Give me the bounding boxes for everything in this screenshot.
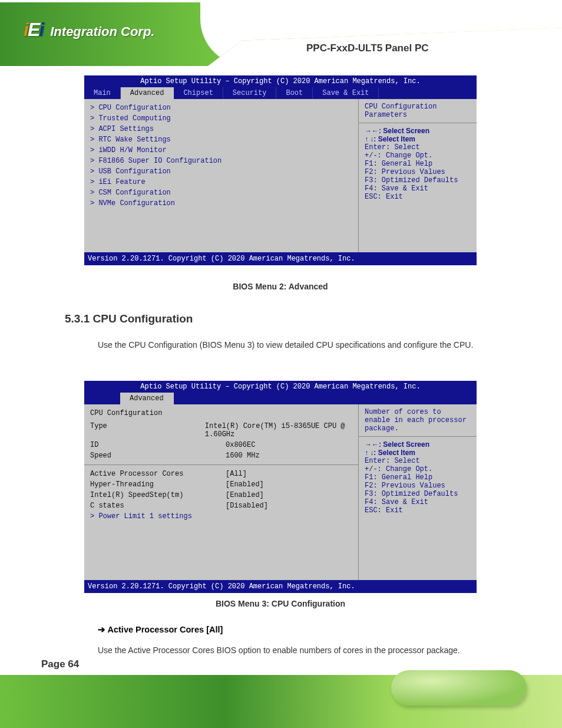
speedstep-label: Intel(R) SpeedStep(tm) bbox=[90, 491, 226, 499]
cores-value[interactable]: [All] bbox=[226, 470, 247, 478]
bios-right-pane-2: Number of cores to enable in each proces… bbox=[359, 404, 477, 580]
id-label: ID bbox=[90, 441, 226, 449]
cores-label: Active Processor Cores bbox=[90, 470, 226, 478]
option-heading: ➔ Active Processor Cores [All] bbox=[98, 625, 223, 634]
key-enter: Enter: Select bbox=[365, 143, 471, 151]
bios-cpu-config: Aptio Setup Utility – Copyright (C) 2020… bbox=[83, 380, 478, 594]
key-f3: F3: Optimized Defaults bbox=[365, 176, 471, 185]
key-enter-2: Enter: Select bbox=[365, 457, 471, 465]
key-esc: ESC: Exit bbox=[365, 193, 471, 201]
item-superio[interactable]: > F81866 Super IO Configuration bbox=[90, 156, 352, 166]
item-nvme[interactable]: > NVMe Configuration bbox=[90, 198, 352, 209]
product-title: PPC-FxxD-ULT5 Panel PC bbox=[306, 42, 429, 54]
key-esc-2: ESC: Exit bbox=[365, 506, 471, 515]
tab-advanced-2[interactable]: Advanced bbox=[120, 393, 174, 404]
bottom-dots: · · · · · · · · ·· · · · · · ·· · · · · bbox=[314, 683, 379, 701]
key-f4: F4: Save & Exit bbox=[365, 185, 471, 193]
item-hw-monitor[interactable]: > iWDD H/W Monitor bbox=[90, 145, 352, 156]
cstates-label: C states bbox=[90, 502, 226, 510]
key-f1-2: F1: General Help bbox=[365, 473, 471, 482]
item-trusted[interactable]: > Trusted Computing bbox=[90, 113, 352, 124]
bios-left-pane-2: CPU Configuration TypeIntel(R) Core(TM) … bbox=[84, 404, 359, 580]
section-heading: 5.3.1 CPU Configuration bbox=[65, 312, 193, 325]
right-hint: CPU Configuration Parameters bbox=[365, 103, 471, 119]
ht-value[interactable]: [Enabled] bbox=[226, 480, 264, 489]
key-select-screen: →←: Select Screen bbox=[365, 127, 471, 135]
tab-security[interactable]: Security bbox=[223, 87, 277, 99]
key-f3-2: F3: Optimized Defaults bbox=[365, 490, 471, 498]
key-f2-2: F2: Previous Values bbox=[365, 482, 471, 490]
key-change: +/-: Change Opt. bbox=[365, 151, 471, 160]
bios-tabs: Main Advanced Chipset Security Boot Save… bbox=[84, 87, 477, 99]
key-select-item-2: ↑ ↓: Select Item bbox=[365, 449, 471, 457]
bottom-pill bbox=[391, 670, 527, 706]
item-csm[interactable]: > CSM Configuration bbox=[90, 187, 352, 198]
bios-advanced-menu: Aptio Setup Utility – Copyright (C) 2020… bbox=[83, 74, 478, 266]
tab-main[interactable]: Main bbox=[84, 87, 121, 99]
bios-tabs-2: Advanced bbox=[84, 393, 477, 404]
tab-chipset[interactable]: Chipset bbox=[174, 87, 223, 99]
page-number: Page 64 bbox=[41, 658, 79, 670]
item-acpi[interactable]: > ACPI Settings bbox=[90, 124, 352, 134]
right-hint-2: Number of cores to enable in each proces… bbox=[365, 408, 471, 433]
option-paragraph: Use the Active Processor Cores BIOS opti… bbox=[98, 644, 475, 657]
bios-title-2: Aptio Setup Utility – Copyright (C) 2020… bbox=[84, 381, 477, 393]
tab-boot[interactable]: Boot bbox=[276, 87, 313, 99]
section-paragraph: Use the CPU Configuration (BIOS Menu 3) … bbox=[98, 338, 475, 351]
type-value: Intel(R) Core(TM) i5-8365UE CPU @ 1.60GH… bbox=[205, 422, 352, 439]
speed-value: 1600 MHz bbox=[226, 452, 260, 460]
item-iei-feature[interactable]: > iEi Feature bbox=[90, 177, 352, 187]
item-cpu-config[interactable]: > CPU Configuration bbox=[90, 103, 352, 113]
item-rtc[interactable]: > RTC Wake Settings bbox=[90, 134, 352, 145]
key-f2: F2: Previous Values bbox=[365, 168, 471, 176]
cstates-value[interactable]: [Disabled] bbox=[226, 502, 268, 510]
bios-left-pane: > CPU Configuration > Trusted Computing … bbox=[84, 99, 359, 252]
caption-bios3: BIOS Menu 3: CPU Configuration bbox=[83, 599, 478, 608]
bios-footer-2: Version 2.20.1271. Copyright (C) 2020 Am… bbox=[84, 580, 477, 593]
speed-label: Speed bbox=[90, 452, 226, 460]
tab-save-exit[interactable]: Save & Exit bbox=[313, 87, 379, 99]
caption-bios2: BIOS Menu 2: Advanced bbox=[83, 282, 478, 291]
key-select-item: ↑ ↓: Select Item bbox=[365, 135, 471, 143]
key-change-2: +/-: Change Opt. bbox=[365, 465, 471, 473]
item-usb[interactable]: > USB Configuration bbox=[90, 166, 352, 177]
id-value: 0x806EC bbox=[226, 441, 255, 449]
power-limit-link[interactable]: > Power Limit 1 settings bbox=[90, 511, 352, 522]
bios-title: Aptio Setup Utility – Copyright (C) 2020… bbox=[84, 75, 477, 87]
speedstep-value[interactable]: [Enabled] bbox=[226, 491, 264, 499]
bios-footer: Version 2.20.1271. Copyright (C) 2020 Am… bbox=[84, 252, 477, 265]
top-banner: iEi Integration Corp. · · · · · · · · · … bbox=[0, 2, 562, 66]
type-label: Type bbox=[90, 422, 205, 439]
tab-advanced[interactable]: Advanced bbox=[121, 87, 174, 99]
bios-right-pane: CPU Configuration Parameters →←: Select … bbox=[359, 99, 477, 252]
ht-label: Hyper-Threading bbox=[90, 480, 226, 489]
row-k: CPU Configuration bbox=[90, 409, 226, 417]
key-f4-2: F4: Save & Exit bbox=[365, 498, 471, 506]
brand-logo: iEi Integration Corp. bbox=[24, 19, 154, 41]
key-select-screen-2: →←: Select Screen bbox=[365, 440, 471, 449]
key-f1: F1: General Help bbox=[365, 160, 471, 168]
